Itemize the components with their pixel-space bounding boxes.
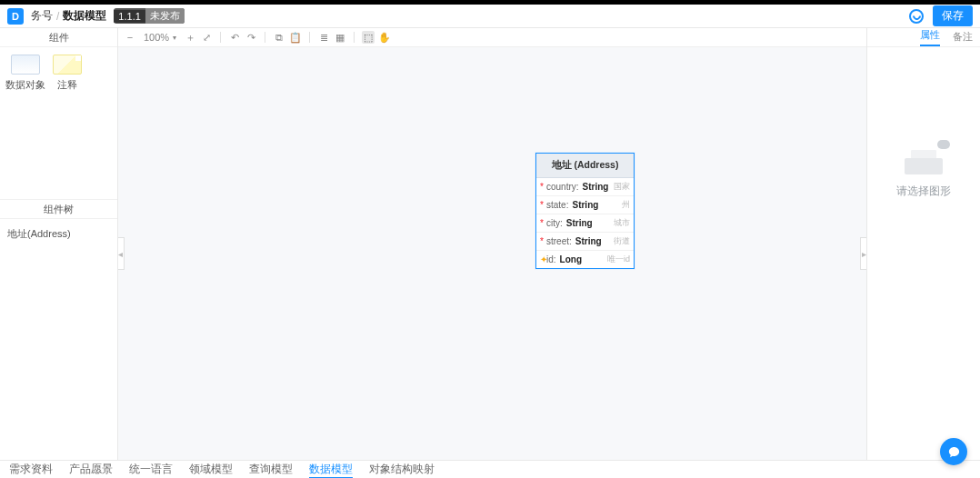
tool-data-object[interactable]: 数据对象 [5,55,45,92]
entity-title: 地址 (Address) [536,154,634,178]
field-type: String [575,236,602,246]
field-type: Long [560,254,582,264]
entity-field-row[interactable]: *street:String街道 [536,233,634,251]
field-type: String [566,218,593,228]
redo-icon[interactable]: ↷ [245,31,257,44]
data-object-icon [11,55,40,75]
breadcrumb-current[interactable]: 数据模型 [63,8,106,24]
tool-note-label: 注释 [57,78,77,92]
breadcrumb-separator: / [56,10,59,23]
collapse-left-panel-handle[interactable]: ◂ [118,237,125,270]
required-marker-icon: * [540,236,544,246]
right-panel: 属性 备注 请选择图形 [866,28,980,460]
note-icon [53,55,82,75]
field-name: country: [546,182,579,192]
field-desc: 唯一id [607,254,630,265]
component-palette: 数据对象 注释 [0,47,117,99]
footer-tab-requirements[interactable]: 需求资料 [9,460,53,478]
breadcrumb-root[interactable]: 务号 [31,8,53,24]
footer-tab-language[interactable]: 统一语言 [129,460,173,478]
entity-card-address[interactable]: 地址 (Address) *country:String国家*state:Str… [535,153,635,269]
required-marker-icon: * [540,200,544,210]
toolbar-separator [265,32,265,43]
components-panel-title: 组件 [0,28,117,47]
properties-empty-state: 请选择图形 [867,47,980,460]
field-name: city: [546,218,563,228]
chat-fab[interactable] [940,438,967,465]
entity-field-row[interactable]: *state:String州 [536,196,634,214]
entity-field-row[interactable]: *city:String城市 [536,214,634,233]
zoom-level[interactable]: 100%▾ [144,32,176,43]
hand-tool-icon[interactable]: ✋ [378,31,391,44]
field-type: String [572,200,598,210]
fit-screen-icon[interactable]: ⤢ [200,31,213,44]
footer-tab-vision[interactable]: 产品愿景 [69,460,113,478]
chevron-down-icon: ▾ [173,34,176,42]
version-badge: 1.1.1 未发布 [114,8,184,24]
tab-properties[interactable]: 属性 [920,28,940,46]
required-marker-icon: * [540,218,544,228]
sync-icon[interactable] [909,9,924,24]
key-marker-icon: ✦ [540,254,544,264]
zoom-value: 100% [144,32,169,43]
tool-data-object-label: 数据对象 [5,78,45,92]
undo-icon[interactable]: ↶ [228,31,241,44]
toolbar-separator [220,32,221,43]
zoom-in-icon[interactable]: ＋ [184,31,196,44]
list-icon[interactable]: ≣ [317,31,330,44]
copy-icon[interactable]: ⧉ [273,31,285,44]
version-status: 未发布 [145,8,185,24]
empty-tray-icon [905,147,943,174]
toolbar-separator [354,32,355,43]
app-header: D 务号 / 数据模型 1.1.1 未发布 保存 [0,5,980,28]
field-desc: 国家 [614,181,630,193]
canvas[interactable]: ◂ ▸ 地址 (Address) *country:String国家*state… [118,47,866,460]
left-panel: 组件 数据对象 注释 组件树 地址(Address) [0,28,118,460]
zoom-out-icon[interactable]: − [124,31,136,44]
footer-tab-query-model[interactable]: 查询模型 [249,460,293,478]
field-desc: 街道 [614,235,630,247]
grid-icon[interactable]: ▦ [334,31,346,44]
version-number: 1.1.1 [114,10,145,23]
field-desc: 城市 [614,217,630,229]
tab-comments[interactable]: 备注 [953,30,973,46]
right-tabs: 属性 备注 [867,28,980,47]
field-type: String [583,182,609,192]
footer-tab-domain-model[interactable]: 领域模型 [189,460,233,478]
field-desc: 州 [622,199,630,211]
breadcrumb: 务号 / 数据模型 [31,8,106,24]
empty-state-text: 请选择图形 [896,184,951,199]
required-marker-icon: * [540,182,544,192]
entity-field-row[interactable]: ✦id:Long唯一id [536,251,634,268]
component-tree-title: 组件树 [0,199,117,219]
canvas-toolbar: − 100%▾ ＋ ⤢ ↶ ↷ ⧉ 📋 ≣ ▦ ⬚ ✋ [118,28,866,47]
entity-field-row[interactable]: *country:String国家 [536,178,634,196]
footer-tab-data-model[interactable]: 数据模型 [309,460,353,478]
canvas-area: − 100%▾ ＋ ⤢ ↶ ↷ ⧉ 📋 ≣ ▦ ⬚ ✋ ◂ ▸ 地址 (Addr… [118,28,866,460]
tool-note[interactable]: 注释 [53,55,82,92]
component-tree: 地址(Address) [0,219,117,249]
field-name: id: [546,254,556,264]
collapse-right-panel-handle[interactable]: ▸ [860,237,866,270]
save-button[interactable]: 保存 [933,5,973,26]
field-name: street: [546,236,572,246]
footer-tab-mapping[interactable]: 对象结构映射 [369,460,435,478]
workspace: 组件 数据对象 注释 组件树 地址(Address) − 100%▾ ＋ ⤢ ↶… [0,28,980,460]
pointer-tool-icon[interactable]: ⬚ [362,31,375,44]
chat-icon [947,445,961,459]
footer-tabs: 需求资料 产品愿景 统一语言 领域模型 查询模型 数据模型 对象结构映射 [0,460,980,478]
tree-item-address[interactable]: 地址(Address) [5,224,112,244]
app-logo[interactable]: D [7,8,24,25]
paste-icon[interactable]: 📋 [289,31,302,44]
toolbar-separator [309,32,310,43]
field-name: state: [546,200,568,210]
